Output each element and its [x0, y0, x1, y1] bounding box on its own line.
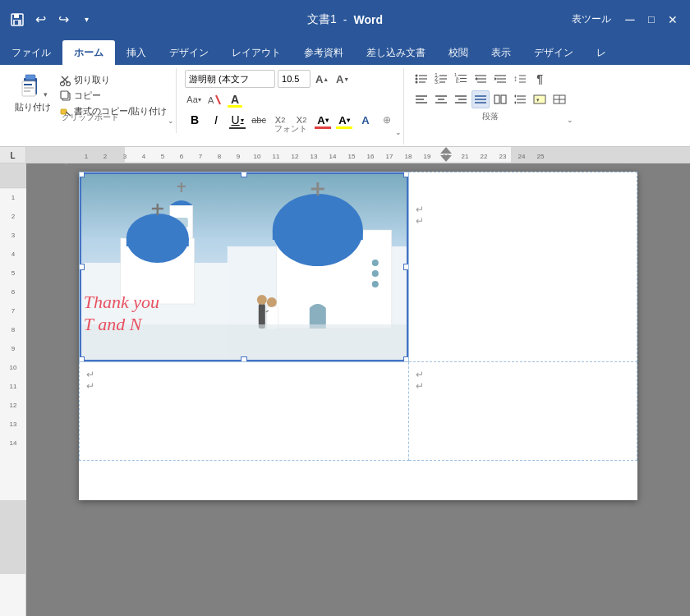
title-bar-right: 表ツール ─ □ ✕ [572, 11, 682, 29]
svg-text:6: 6 [12, 288, 16, 296]
change-case-button[interactable]: Aa▾ [185, 90, 203, 108]
customize-quick-access[interactable]: ▾ [77, 11, 95, 29]
save-button[interactable] [8, 11, 26, 29]
svg-point-145 [372, 260, 379, 266]
svg-text:2: 2 [12, 213, 16, 220]
clear-format-button[interactable]: A [205, 90, 223, 108]
ruler-corner[interactable]: L [0, 147, 26, 163]
font-name-input[interactable] [185, 70, 275, 88]
svg-text:3: 3 [12, 232, 16, 239]
redo-button[interactable]: ↪ [54, 11, 72, 29]
font-size-input[interactable] [278, 70, 310, 88]
svg-text:9: 9 [12, 345, 16, 352]
svg-line-19 [216, 95, 220, 104]
paragraph-expand[interactable]: ⌄ [567, 116, 573, 124]
tab-home[interactable]: ホーム [62, 40, 115, 65]
svg-text:11: 11 [10, 383, 17, 390]
svg-text:9: 9 [237, 153, 241, 160]
svg-text:22: 22 [481, 153, 488, 160]
align-center-button[interactable] [432, 90, 450, 108]
paste-button[interactable]: ▾ 貼り付け [12, 70, 54, 115]
svg-text:3: 3 [123, 153, 127, 160]
svg-rect-137 [126, 238, 189, 246]
font-group-expand[interactable]: ⌄ [395, 128, 402, 136]
decrease-font-button[interactable]: A▼ [334, 70, 352, 88]
minimize-button[interactable]: ─ [621, 11, 639, 29]
svg-text:13: 13 [310, 153, 318, 160]
undo-button[interactable]: ↩ [31, 11, 49, 29]
svg-rect-5 [25, 75, 35, 80]
bottom-left-cell: ↵ ↵ [80, 362, 409, 461]
cut-button[interactable]: 切り取り [58, 73, 169, 87]
increase-font-button[interactable]: A▲ [313, 70, 331, 88]
tab-layout[interactable]: レイアウト [220, 40, 292, 65]
tab-view[interactable]: 表示 [480, 40, 522, 65]
svg-text:18: 18 [405, 153, 412, 160]
align-left-button[interactable] [412, 90, 430, 108]
tab-file[interactable]: ファイル [0, 40, 62, 65]
tab-mailings[interactable]: 差し込み文書 [355, 40, 437, 65]
sort-button[interactable]: ↕ [511, 70, 529, 88]
tab-table-layout[interactable]: レ [585, 40, 618, 65]
close-button[interactable]: ✕ [664, 11, 682, 29]
svg-point-20 [416, 75, 418, 77]
para-mark-4: ↵ [86, 380, 94, 392]
santorini-image: Thank you T and N [80, 172, 408, 361]
svg-rect-105 [0, 163, 26, 188]
svg-text:14: 14 [10, 439, 17, 447]
svg-text:4: 4 [12, 251, 16, 258]
svg-text:↕: ↕ [513, 74, 518, 83]
svg-point-147 [372, 281, 379, 287]
shading-button[interactable]: ▾ [531, 90, 549, 108]
svg-text:24: 24 [518, 153, 526, 160]
svg-text:10: 10 [254, 153, 261, 160]
tab-insert[interactable]: 挿入 [115, 40, 158, 65]
tab-design[interactable]: デザイン [158, 40, 220, 65]
copy-button[interactable]: コピー [58, 89, 169, 103]
document-page: ✥ [79, 172, 637, 500]
align-right-button[interactable] [452, 90, 470, 108]
tab-references[interactable]: 参考資料 [292, 40, 355, 65]
font-color-a-button[interactable]: A [226, 90, 244, 108]
para-mark-3: ↵ [86, 369, 94, 380]
table-tools-label: 表ツール [572, 12, 611, 26]
svg-text:5: 5 [12, 269, 16, 277]
para-mark-5: ↵ [416, 369, 424, 380]
line-spacing-button[interactable] [511, 90, 529, 108]
tab-review[interactable]: 校閲 [437, 40, 480, 65]
bullets-button[interactable] [412, 70, 430, 88]
svg-text:11: 11 [273, 153, 280, 160]
svg-point-149 [257, 295, 267, 305]
vertical-ruler: 1 2 3 4 5 6 7 8 9 10 11 12 13 14 [0, 163, 26, 616]
svg-text:12: 12 [10, 402, 17, 409]
right-cell: ↵ ↵ [408, 172, 637, 362]
increase-indent-button[interactable] [491, 70, 509, 88]
numbering-button[interactable]: 1. 2. 3. [432, 70, 450, 88]
paragraph-label: 段落 [406, 111, 575, 122]
svg-text:25: 25 [537, 153, 545, 160]
move-handle[interactable]: ✥ [61, 163, 71, 169]
title-bar-title: 文書1 - Word [307, 12, 383, 27]
font-group: A▲ A▼ Aa▾ A A B I [178, 68, 404, 145]
restore-button[interactable]: □ [642, 11, 660, 29]
right-cell-content: ↵ ↵ [416, 204, 630, 227]
column-layout-button[interactable] [491, 90, 509, 108]
clipboard-group: ▾ 貼り付け 切り取り [5, 68, 177, 133]
multilevel-list-button[interactable]: 1. a. b. [452, 70, 470, 88]
clipboard-expand[interactable]: ⌄ [168, 117, 174, 125]
doc-scroll[interactable]: ✥ [26, 163, 690, 616]
page-container: ✥ [59, 172, 657, 500]
borders-button[interactable] [550, 90, 568, 108]
cell-image[interactable]: Thank you T and N [80, 172, 408, 361]
svg-rect-7 [24, 84, 32, 85]
svg-text:12: 12 [292, 153, 299, 160]
justify-button[interactable] [472, 90, 490, 108]
decrease-indent-button[interactable] [472, 70, 490, 88]
svg-point-150 [267, 297, 277, 307]
svg-text:T and N: T and N [84, 314, 143, 334]
tab-table-design[interactable]: デザイン [522, 40, 585, 65]
svg-text:7: 7 [12, 307, 16, 315]
svg-text:17: 17 [386, 153, 393, 160]
clipboard-label: クリップボード [5, 112, 176, 123]
show-formatting-button[interactable]: ¶ [531, 70, 549, 88]
